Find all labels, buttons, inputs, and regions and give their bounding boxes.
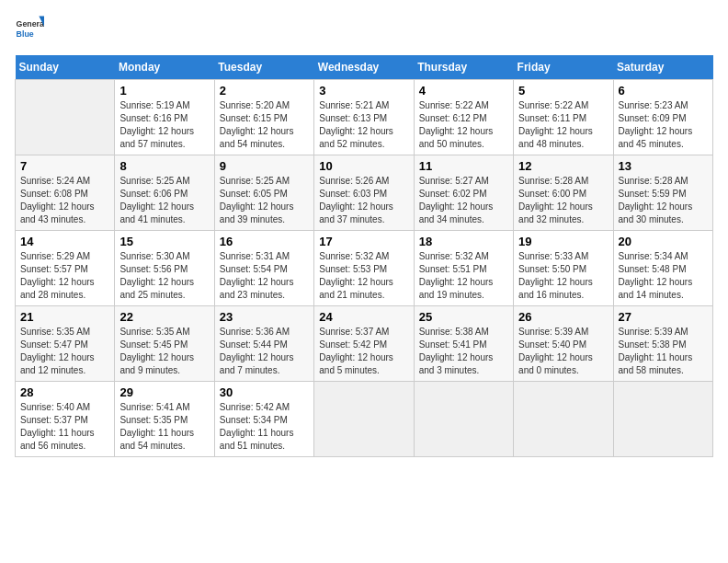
calendar-cell: 5Sunrise: 5:22 AM Sunset: 6:11 PM Daylig… (514, 80, 613, 155)
day-info: Sunrise: 5:37 AM Sunset: 5:42 PM Dayligh… (319, 326, 408, 377)
day-number: 2 (220, 84, 309, 98)
day-info: Sunrise: 5:35 AM Sunset: 5:47 PM Dayligh… (20, 326, 109, 377)
calendar-cell: 6Sunrise: 5:23 AM Sunset: 6:09 PM Daylig… (613, 80, 712, 155)
day-number: 25 (419, 310, 508, 324)
day-info: Sunrise: 5:35 AM Sunset: 5:45 PM Dayligh… (119, 326, 209, 377)
calendar-cell: 2Sunrise: 5:20 AM Sunset: 6:15 PM Daylig… (214, 80, 313, 155)
day-number: 24 (319, 310, 408, 324)
day-number: 5 (518, 84, 608, 98)
day-number: 3 (319, 84, 408, 98)
calendar-cell: 13Sunrise: 5:28 AM Sunset: 5:59 PM Dayli… (613, 155, 712, 231)
calendar-cell: 24Sunrise: 5:37 AM Sunset: 5:42 PM Dayli… (314, 306, 414, 382)
calendar-cell: 20Sunrise: 5:34 AM Sunset: 5:48 PM Dayli… (613, 231, 712, 306)
col-header-saturday: Saturday (613, 55, 712, 80)
day-number: 29 (119, 385, 209, 399)
day-number: 18 (419, 235, 508, 248)
day-info: Sunrise: 5:30 AM Sunset: 5:56 PM Dayligh… (119, 250, 209, 302)
day-info: Sunrise: 5:41 AM Sunset: 5:35 PM Dayligh… (119, 401, 209, 453)
calendar-cell: 18Sunrise: 5:32 AM Sunset: 5:51 PM Dayli… (414, 231, 513, 306)
day-number: 6 (619, 84, 708, 98)
day-info: Sunrise: 5:42 AM Sunset: 5:34 PM Dayligh… (220, 401, 309, 453)
calendar-cell: 3Sunrise: 5:21 AM Sunset: 6:13 PM Daylig… (314, 80, 414, 155)
day-number: 26 (518, 310, 608, 324)
calendar-cell: 26Sunrise: 5:39 AM Sunset: 5:40 PM Dayli… (514, 306, 613, 382)
col-header-thursday: Thursday (414, 55, 513, 80)
logo-icon: GeneralBlue (15, 15, 44, 44)
page-header: GeneralBlue (15, 15, 713, 44)
calendar-cell (613, 382, 712, 457)
day-info: Sunrise: 5:34 AM Sunset: 5:48 PM Dayligh… (619, 250, 708, 302)
week-row-5: 28Sunrise: 5:40 AM Sunset: 5:37 PM Dayli… (16, 382, 713, 457)
calendar-cell: 21Sunrise: 5:35 AM Sunset: 5:47 PM Dayli… (16, 306, 115, 382)
calendar-cell (16, 80, 115, 155)
calendar-cell: 14Sunrise: 5:29 AM Sunset: 5:57 PM Dayli… (16, 231, 115, 306)
calendar-cell: 28Sunrise: 5:40 AM Sunset: 5:37 PM Dayli… (16, 382, 115, 457)
svg-text:Blue: Blue (17, 29, 34, 39)
calendar-cell: 4Sunrise: 5:22 AM Sunset: 6:12 PM Daylig… (414, 80, 513, 155)
calendar-cell: 22Sunrise: 5:35 AM Sunset: 5:45 PM Dayli… (115, 306, 214, 382)
day-info: Sunrise: 5:31 AM Sunset: 5:54 PM Dayligh… (220, 250, 309, 302)
day-info: Sunrise: 5:25 AM Sunset: 6:06 PM Dayligh… (119, 175, 209, 226)
day-number: 4 (419, 84, 508, 98)
calendar-cell: 17Sunrise: 5:32 AM Sunset: 5:53 PM Dayli… (314, 231, 414, 306)
day-info: Sunrise: 5:25 AM Sunset: 6:05 PM Dayligh… (220, 175, 309, 226)
svg-text:General: General (17, 19, 44, 29)
day-info: Sunrise: 5:19 AM Sunset: 6:16 PM Dayligh… (119, 99, 209, 151)
day-info: Sunrise: 5:23 AM Sunset: 6:09 PM Dayligh… (619, 99, 708, 151)
col-header-sunday: Sunday (16, 55, 115, 80)
week-row-4: 21Sunrise: 5:35 AM Sunset: 5:47 PM Dayli… (16, 306, 713, 382)
day-info: Sunrise: 5:22 AM Sunset: 6:12 PM Dayligh… (419, 99, 508, 151)
week-row-2: 7Sunrise: 5:24 AM Sunset: 6:08 PM Daylig… (16, 155, 713, 231)
col-header-tuesday: Tuesday (214, 55, 313, 80)
calendar-cell (314, 382, 414, 457)
day-info: Sunrise: 5:28 AM Sunset: 5:59 PM Dayligh… (619, 175, 708, 226)
col-header-friday: Friday (514, 55, 613, 80)
calendar-cell (414, 382, 513, 457)
day-info: Sunrise: 5:26 AM Sunset: 6:03 PM Dayligh… (319, 175, 408, 226)
day-number: 21 (20, 310, 109, 324)
day-number: 1 (119, 84, 209, 98)
calendar-cell: 19Sunrise: 5:33 AM Sunset: 5:50 PM Dayli… (514, 231, 613, 306)
day-number: 16 (220, 235, 309, 248)
calendar-table: SundayMondayTuesdayWednesdayThursdayFrid… (15, 55, 713, 457)
day-number: 23 (220, 310, 309, 324)
day-number: 10 (319, 159, 408, 173)
day-number: 17 (319, 235, 408, 248)
day-info: Sunrise: 5:33 AM Sunset: 5:50 PM Dayligh… (518, 250, 608, 302)
day-number: 22 (119, 310, 209, 324)
col-header-monday: Monday (115, 55, 214, 80)
calendar-cell: 10Sunrise: 5:26 AM Sunset: 6:03 PM Dayli… (314, 155, 414, 231)
day-info: Sunrise: 5:28 AM Sunset: 6:00 PM Dayligh… (518, 175, 608, 226)
logo: GeneralBlue (15, 15, 44, 44)
day-number: 13 (619, 159, 708, 173)
calendar-cell: 11Sunrise: 5:27 AM Sunset: 6:02 PM Dayli… (414, 155, 513, 231)
calendar-cell: 12Sunrise: 5:28 AM Sunset: 6:00 PM Dayli… (514, 155, 613, 231)
calendar-cell (514, 382, 613, 457)
header-row: SundayMondayTuesdayWednesdayThursdayFrid… (16, 55, 713, 80)
day-number: 15 (119, 235, 209, 248)
day-number: 27 (619, 310, 708, 324)
week-row-1: 1Sunrise: 5:19 AM Sunset: 6:16 PM Daylig… (16, 80, 713, 155)
day-info: Sunrise: 5:24 AM Sunset: 6:08 PM Dayligh… (20, 175, 109, 226)
day-number: 14 (20, 235, 109, 248)
calendar-cell: 25Sunrise: 5:38 AM Sunset: 5:41 PM Dayli… (414, 306, 513, 382)
day-number: 7 (20, 159, 109, 173)
calendar-cell: 1Sunrise: 5:19 AM Sunset: 6:16 PM Daylig… (115, 80, 214, 155)
col-header-wednesday: Wednesday (314, 55, 414, 80)
calendar-cell: 27Sunrise: 5:39 AM Sunset: 5:38 PM Dayli… (613, 306, 712, 382)
week-row-3: 14Sunrise: 5:29 AM Sunset: 5:57 PM Dayli… (16, 231, 713, 306)
calendar-cell: 16Sunrise: 5:31 AM Sunset: 5:54 PM Dayli… (214, 231, 313, 306)
day-info: Sunrise: 5:39 AM Sunset: 5:40 PM Dayligh… (518, 326, 608, 377)
day-info: Sunrise: 5:36 AM Sunset: 5:44 PM Dayligh… (220, 326, 309, 377)
day-info: Sunrise: 5:38 AM Sunset: 5:41 PM Dayligh… (419, 326, 508, 377)
day-number: 28 (20, 385, 109, 399)
day-number: 8 (119, 159, 209, 173)
day-info: Sunrise: 5:32 AM Sunset: 5:51 PM Dayligh… (419, 250, 508, 302)
day-info: Sunrise: 5:22 AM Sunset: 6:11 PM Dayligh… (518, 99, 608, 151)
calendar-cell: 23Sunrise: 5:36 AM Sunset: 5:44 PM Dayli… (214, 306, 313, 382)
calendar-cell: 29Sunrise: 5:41 AM Sunset: 5:35 PM Dayli… (115, 382, 214, 457)
day-number: 12 (518, 159, 608, 173)
day-info: Sunrise: 5:32 AM Sunset: 5:53 PM Dayligh… (319, 250, 408, 302)
day-info: Sunrise: 5:39 AM Sunset: 5:38 PM Dayligh… (619, 326, 708, 377)
day-info: Sunrise: 5:40 AM Sunset: 5:37 PM Dayligh… (20, 401, 109, 453)
